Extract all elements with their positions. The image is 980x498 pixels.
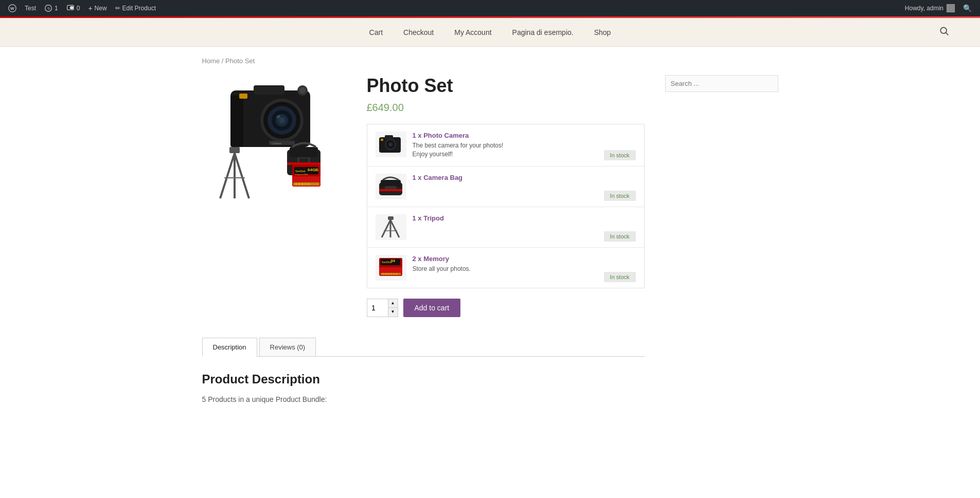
breadcrumb: Home / Photo Set <box>202 57 778 65</box>
product-with-sidebar: Canon <box>202 75 778 420</box>
svg-rect-70 <box>390 273 392 275</box>
bundle-item-name-memory: 2 x Memory <box>413 255 598 263</box>
product-tabs: Description Reviews (0) Product Descript… <box>202 338 645 420</box>
nav-link-shop[interactable]: Shop <box>594 28 611 36</box>
svg-rect-41 <box>301 183 304 185</box>
svg-line-7 <box>946 33 949 35</box>
top-nav: Cart Checkout My Account Pagina di esemp… <box>0 18 980 47</box>
main-content: Home / Photo Set <box>182 47 799 431</box>
svg-rect-28 <box>229 147 240 153</box>
bundle-item-memory: SanDisk 64 <box>367 248 644 288</box>
add-to-cart-row: ▲ ▼ Add to cart <box>367 299 645 317</box>
svg-point-16 <box>279 117 285 123</box>
bundle-item-thumb-bag <box>376 174 406 199</box>
svg-text:↻: ↻ <box>47 6 50 11</box>
product-image-svg: Canon <box>202 75 346 214</box>
breadcrumb-separator: / <box>222 57 225 65</box>
qty-down-button[interactable]: ▼ <box>388 308 398 317</box>
nav-search-icon[interactable] <box>939 26 949 39</box>
svg-rect-69 <box>388 273 389 275</box>
svg-rect-56 <box>388 216 394 220</box>
add-to-cart-button[interactable]: Add to cart <box>403 299 461 317</box>
svg-rect-18 <box>239 94 247 99</box>
nav-link-checkout[interactable]: Checkout <box>403 28 434 36</box>
tab-reviews[interactable]: Reviews (0) <box>259 338 316 356</box>
svg-rect-24 <box>290 147 318 157</box>
quantity-input-wrap: ▲ ▼ <box>367 299 398 317</box>
product-image-col: Canon <box>202 75 346 214</box>
bundle-item-tripod: 1 x Tripod In stock <box>367 207 644 248</box>
bundle-item-name-camera: 1 x Photo Camera <box>413 132 598 139</box>
adminbar-updates[interactable]: ↻ 1 <box>40 0 62 16</box>
bundle-item-stock-tripod: In stock <box>604 232 636 240</box>
svg-text:💬: 💬 <box>69 6 74 10</box>
svg-rect-10 <box>230 96 243 147</box>
svg-point-22 <box>299 87 306 94</box>
quantity-stepper[interactable] <box>367 299 388 317</box>
bundle-item-desc-camera: The best camera for your photos!Enjoy yo… <box>413 141 598 159</box>
bundle-item-desc-memory: Store all your photos. <box>413 265 598 273</box>
adminbar-site-name[interactable]: Test <box>21 0 40 16</box>
svg-rect-42 <box>305 183 307 185</box>
svg-rect-27 <box>287 162 320 165</box>
product-title: Photo Set <box>367 75 645 97</box>
product-layout: Canon <box>202 75 645 317</box>
adminbar-search-icon[interactable]: 🔍 <box>959 4 976 12</box>
bundle-item-name-tripod: 1 x Tripod <box>413 214 598 222</box>
svg-text:64: 64 <box>391 259 395 263</box>
svg-rect-72 <box>396 273 397 275</box>
svg-text:SanDisk: SanDisk <box>382 261 392 264</box>
adminbar-new[interactable]: + New <box>84 0 111 16</box>
site-wrapper: Cart Checkout My Account Pagina di esemp… <box>0 16 980 431</box>
adminbar-wp-logo[interactable]: W <box>4 0 21 16</box>
bundle-box: 1 x Photo Camera The best camera for you… <box>367 124 645 288</box>
svg-rect-26 <box>299 158 308 162</box>
svg-rect-9 <box>254 85 284 95</box>
bundle-item-stock-camera: In stock <box>604 151 636 159</box>
breadcrumb-home[interactable]: Home <box>202 57 220 65</box>
nav-link-myaccount[interactable]: My Account <box>454 28 491 36</box>
svg-text:SanDisk: SanDisk <box>295 170 306 173</box>
adminbar-right: Howdy, admin 🔍 <box>901 4 976 12</box>
adminbar-howdy[interactable]: Howdy, admin <box>901 4 959 12</box>
qty-spinners: ▲ ▼ <box>388 299 398 317</box>
nav-link-pagina[interactable]: Pagina di esempio. <box>512 28 574 36</box>
bundle-item-info-memory: 2 x Memory Store all your photos. <box>413 255 598 273</box>
nav-link-cart[interactable]: Cart <box>369 28 383 36</box>
svg-text:Canon: Canon <box>272 141 281 145</box>
avatar <box>947 4 955 12</box>
tab-panel-description: Product Description 5 Products in a uniq… <box>202 372 645 405</box>
tab-content: Product Description 5 Products in a uniq… <box>202 357 645 420</box>
bundle-item-thumb-camera <box>376 132 406 157</box>
tabs-nav: Description Reviews (0) <box>202 338 645 357</box>
nav-links: Cart Checkout My Account Pagina di esemp… <box>369 28 611 36</box>
adminbar-comments[interactable]: 💬 0 <box>62 0 84 16</box>
bundle-item: 1 x Photo Camera The best camera for you… <box>367 124 644 167</box>
admin-bar: W Test ↻ 1 💬 0 + New ✏ Edit Product Howd… <box>0 0 980 16</box>
adminbar-edit-product[interactable]: ✏ Edit Product <box>111 0 160 16</box>
qty-up-button[interactable]: ▲ <box>388 299 398 308</box>
svg-line-57 <box>382 220 390 237</box>
svg-rect-71 <box>393 273 395 275</box>
svg-line-59 <box>390 220 399 237</box>
svg-rect-46 <box>385 135 393 139</box>
svg-rect-51 <box>381 139 383 141</box>
svg-rect-67 <box>383 273 384 275</box>
bundle-item-thumb-memory: SanDisk 64 <box>376 255 406 281</box>
product-main: Canon <box>202 75 645 420</box>
bundle-item-thumb-tripod <box>376 214 406 240</box>
search-input[interactable] <box>665 75 778 92</box>
svg-rect-53 <box>381 180 401 187</box>
svg-line-29 <box>220 153 235 198</box>
bundle-item-name-bag: 1 x Camera Bag <box>413 174 598 181</box>
bundle-item-info: 1 x Photo Camera The best camera for you… <box>413 132 598 159</box>
svg-text:64GB: 64GB <box>308 168 318 172</box>
tab-description[interactable]: Description <box>202 338 257 357</box>
product-desc-title: Product Description <box>202 372 645 386</box>
svg-rect-40 <box>298 183 300 185</box>
product-details-col: Photo Set £649.00 <box>367 75 645 317</box>
svg-rect-55 <box>379 189 402 191</box>
svg-point-6 <box>940 27 947 33</box>
bundle-item-stock-bag: In stock <box>604 191 636 199</box>
breadcrumb-current: Photo Set <box>225 57 255 65</box>
